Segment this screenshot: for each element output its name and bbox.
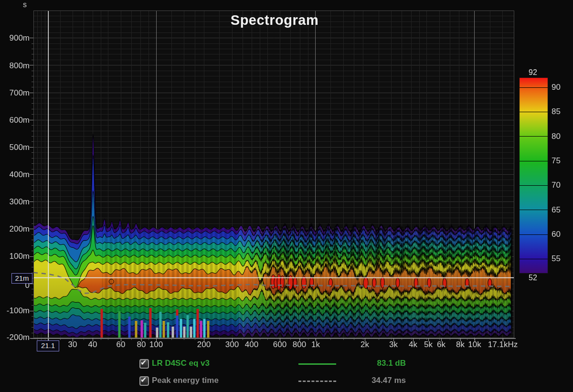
measurement-checkbox[interactable]: ✔ (139, 359, 149, 369)
peak-energy-label[interactable]: Peak energy time (152, 376, 219, 385)
spectrogram-plot[interactable] (0, 0, 573, 392)
peak-energy-value: 34.47 ms (315, 376, 406, 385)
x-axis-label: 10k (468, 340, 481, 350)
x-axis-label: 200 (197, 340, 211, 350)
y-axis-label: 800m (9, 61, 30, 71)
y-axis-label: 400m (9, 170, 30, 180)
colorbar-tick-label: 75 (552, 156, 561, 166)
x-axis-label: 60 (117, 340, 126, 350)
measurement-label[interactable]: LR D4SC eq v3 (152, 359, 210, 368)
x-axis-label: 800 (293, 340, 306, 350)
x-axis-label: 80 (137, 340, 146, 350)
legend-row-peak-energy: ✔ Peak energy time 34.47 ms (0, 376, 573, 387)
x-axis-label: 8k (456, 340, 465, 350)
check-icon: ✔ (140, 375, 147, 384)
x-axis-label: 100 (149, 340, 163, 350)
peak-energy-checkbox[interactable]: ✔ (139, 376, 149, 386)
x-axis-label: 400 (245, 340, 258, 350)
page-title: Spectrogram (179, 12, 370, 28)
y-axis-label: 200m (9, 224, 30, 234)
x-axis-label: 2k (361, 340, 369, 350)
y-axis-label: 100m (9, 252, 30, 261)
x-axis-label: 1k (311, 340, 320, 350)
x-axis-label: 4k (409, 340, 417, 350)
y-axis-label: 500m (9, 143, 30, 152)
colorbar-tick-label: 65 (552, 205, 561, 215)
y-axis-label: -100m (7, 306, 30, 316)
x-axis-label: 300 (225, 340, 239, 350)
x-axis-label: 30 (68, 340, 77, 350)
x-axis-label: 6k (437, 340, 446, 350)
spectrogram-window: { "header": {"title": "Spectrogram"}, "y… (0, 0, 573, 392)
colorbar-min-label: 52 (519, 274, 547, 282)
x-axis-label: 5k (424, 340, 433, 350)
x-axis-label: 40 (88, 340, 97, 350)
legend-row-measurement: ✔ LR D4SC eq v3 83.1 dB (0, 359, 573, 370)
colorbar-tick-label: 60 (552, 230, 561, 239)
x-axis-label: 17.1kHz (488, 340, 518, 350)
x-axis-label: 3k (389, 340, 398, 350)
colorbar-max-label: 92 (519, 68, 547, 77)
y-axis-label: 900m (9, 33, 30, 43)
y-axis-label: 600m (9, 116, 30, 125)
y-axis-label: 300m (9, 197, 30, 207)
colorbar-tick-label: 80 (552, 132, 561, 141)
time-cursor-readout: 21m (11, 273, 32, 284)
colorbar-tick-label: 85 (552, 107, 561, 117)
frequency-cursor-readout: 21.1 (37, 340, 59, 351)
y-axis-unit: s (23, 0, 27, 9)
check-icon: ✔ (140, 358, 147, 367)
y-axis-label: 700m (9, 88, 30, 98)
spl-value: 83.1 dB (315, 359, 406, 368)
colorbar-tick-label: 55 (552, 254, 561, 264)
colorbar-tick-label: 90 (552, 83, 561, 92)
x-axis-label: 600 (273, 340, 286, 350)
colorbar-tick-label: 70 (552, 180, 561, 190)
y-axis-label: -200m (7, 333, 30, 342)
